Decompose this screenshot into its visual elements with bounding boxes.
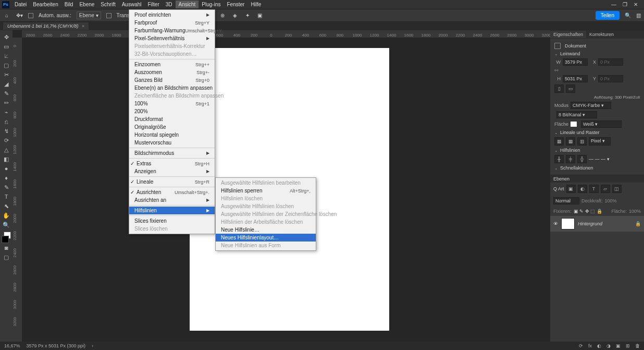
- lock-icon[interactable]: 🔒: [635, 221, 641, 226]
- menu-item[interactable]: Originalgröße: [129, 123, 215, 131]
- workspace-icon[interactable]: ▥: [636, 13, 641, 18]
- tool-20[interactable]: 🔍: [1, 220, 11, 230]
- layer-row[interactable]: 👁 Hintergrund 🔒: [550, 216, 644, 232]
- menu-item[interactable]: Mustervorschau: [129, 139, 215, 147]
- portrait-icon[interactable]: ▯: [554, 85, 564, 93]
- menu-item[interactable]: ✓LinealeStrg+R: [129, 178, 215, 186]
- tool-8[interactable]: ⌁: [1, 107, 11, 117]
- mask-icon[interactable]: ◐: [597, 343, 601, 348]
- tool-15[interactable]: ♦: [1, 173, 11, 183]
- menu-fenster[interactable]: Fenster: [224, 1, 247, 8]
- filter-pixel-icon[interactable]: ▣: [566, 185, 576, 193]
- close-window-button[interactable]: ✕: [634, 2, 638, 7]
- menu-item[interactable]: 100%Strg+1: [129, 100, 215, 107]
- menu-item[interactable]: Hilfslinien sperrenAlt+Strg+,: [216, 187, 316, 195]
- visibility-icon[interactable]: 👁: [553, 221, 558, 226]
- tool-0[interactable]: ✥: [1, 32, 11, 42]
- blend-mode-select[interactable]: Normal: [553, 197, 579, 204]
- menu-item[interactable]: Anzeigen▶: [129, 167, 215, 175]
- home-icon[interactable]: ⌂: [3, 12, 10, 19]
- minimize-button[interactable]: —: [611, 2, 616, 7]
- menu-item[interactable]: Proof einrichten▶: [129, 11, 215, 19]
- landscape-icon[interactable]: ▭: [566, 85, 575, 93]
- layer-thumbnail[interactable]: [561, 218, 575, 230]
- tool-9[interactable]: ⎌: [1, 117, 11, 126]
- tool-6[interactable]: ✎: [1, 89, 11, 98]
- tab-adjustments[interactable]: Korrekturen: [586, 31, 617, 38]
- menu-ansicht[interactable]: Ansicht: [176, 1, 199, 8]
- y-field[interactable]: 0 Px: [598, 75, 623, 82]
- menu-item[interactable]: ✓AusrichtenUmschalt+Strg+.: [129, 188, 215, 196]
- transform-checkbox[interactable]: [106, 13, 112, 18]
- tool-17[interactable]: T: [1, 192, 11, 201]
- menu-bild[interactable]: Bild: [61, 1, 77, 8]
- auto-select-checkbox[interactable]: [28, 13, 33, 18]
- zoom-level[interactable]: 16,67%: [4, 343, 20, 348]
- camera-icon[interactable]: ▣: [256, 12, 264, 19]
- guide-style[interactable]: — — — ▾: [589, 155, 610, 163]
- x-field[interactable]: 0 Px: [598, 58, 623, 66]
- tool-18[interactable]: ⬉: [1, 201, 11, 211]
- menu-item[interactable]: 200%: [129, 107, 215, 115]
- menu-item[interactable]: FarbproofStrg+Y: [129, 19, 215, 27]
- lock-icons[interactable]: ▣ ✎ ✥ ⬚ 🔒: [574, 209, 602, 214]
- timeline-icon[interactable]: ⟳: [579, 343, 583, 348]
- document-tab[interactable]: Unbenannt-1 bei 16,7% (CMYK/8) ×: [3, 22, 89, 30]
- filter-shape-icon[interactable]: ▱: [601, 185, 610, 193]
- fill-swatch[interactable]: [571, 122, 577, 127]
- menu-item[interactable]: Druckformat: [129, 115, 215, 123]
- menu-item[interactable]: EinzoomenStrg++: [129, 61, 215, 68]
- grid-icon[interactable]: ▦: [566, 137, 575, 146]
- pan-icon[interactable]: ⊕: [219, 12, 226, 19]
- menu-auswahl[interactable]: Auswahl: [119, 1, 145, 8]
- trash-icon[interactable]: 🗑: [635, 343, 640, 348]
- guides-submenu[interactable]: Ausgewählte Hilfslinien bearbeitenHilfsl…: [215, 177, 316, 251]
- menu-item[interactable]: ✓ExtrasStrg+H: [129, 160, 215, 167]
- menu-ebene[interactable]: Ebene: [76, 1, 97, 8]
- auto-select-mode[interactable]: Ebene ▾: [77, 11, 101, 19]
- tool-10[interactable]: ↯: [1, 126, 11, 136]
- menu-item[interactable]: Hilfslinien▶: [129, 207, 215, 214]
- menu-schrift[interactable]: Schrift: [97, 1, 118, 8]
- bits-select[interactable]: 8 Bit/Kanal ▾: [556, 111, 597, 118]
- tool-19[interactable]: ✋: [1, 211, 11, 220]
- tab-properties[interactable]: Eigenschaften: [550, 31, 586, 38]
- menu-hilfe[interactable]: Hilfe: [247, 1, 264, 8]
- menu-item[interactable]: Bildschirmmodus▶: [129, 149, 215, 157]
- search-icon[interactable]: 🔍: [625, 13, 631, 18]
- share-button[interactable]: Teilen: [596, 11, 620, 20]
- opacity-value[interactable]: 100%: [605, 198, 617, 203]
- maximize-button[interactable]: ❐: [623, 2, 627, 7]
- tool-16[interactable]: ✎: [1, 183, 11, 192]
- menu-item[interactable]: Pixel-Seitenverhältnis▶: [129, 34, 215, 42]
- close-tab-icon[interactable]: ×: [82, 23, 84, 29]
- adj-icon[interactable]: ◑: [606, 343, 611, 348]
- tool-3[interactable]: ▢: [1, 61, 11, 70]
- menu-3d[interactable]: 3D: [163, 1, 176, 8]
- tool-7[interactable]: ✏: [1, 98, 11, 107]
- status-chevron-icon[interactable]: ›: [92, 343, 93, 348]
- group-icon[interactable]: ▣: [616, 343, 621, 348]
- section-canvas[interactable]: Leinwand: [554, 51, 640, 56]
- section-guides[interactable]: Hilfslinien: [554, 148, 640, 153]
- menu-item[interactable]: AuszoomenStrg+-: [129, 68, 215, 76]
- tool-2[interactable]: ⟀: [1, 51, 11, 61]
- fill-value[interactable]: 100%: [629, 209, 641, 214]
- menu-item[interactable]: Slices fixieren: [129, 217, 215, 225]
- light-icon[interactable]: ✦: [244, 12, 251, 19]
- section-quick[interactable]: Schnellaktionen: [554, 165, 640, 171]
- guide-both-icon[interactable]: ╬: [577, 155, 587, 163]
- move-tool-icon[interactable]: ✥▾: [16, 12, 23, 19]
- view-menu-dropdown[interactable]: Proof einrichten▶FarbproofStrg+YFarbumfa…: [129, 9, 215, 234]
- background-swatch[interactable]: [2, 236, 9, 243]
- filter-adj-icon[interactable]: ◐: [578, 185, 587, 193]
- menu-item[interactable]: Neue Hilfslinie…: [216, 226, 316, 234]
- menu-item[interactable]: Ganzes BildStrg+0: [129, 76, 215, 84]
- tool-13[interactable]: ◧: [1, 154, 11, 164]
- quickmask-icon[interactable]: ◙: [1, 243, 11, 252]
- color-mode-select[interactable]: CMYK-Farbe ▾: [571, 102, 611, 109]
- filter-smart-icon[interactable]: ◫: [612, 185, 622, 193]
- menu-filter[interactable]: Filter: [145, 1, 163, 8]
- section-rulers[interactable]: Lineale und Raster: [554, 130, 640, 135]
- menu-plug-ins[interactable]: Plug-ins: [199, 1, 224, 8]
